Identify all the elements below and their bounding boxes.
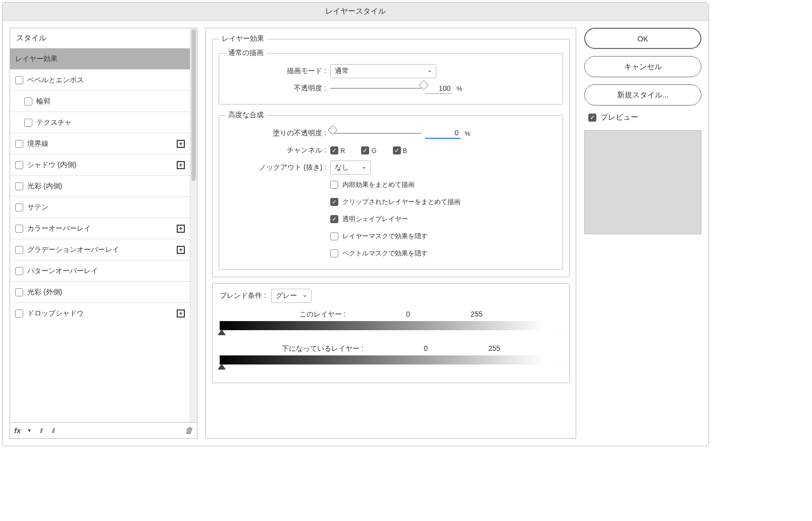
opacity-slider[interactable] <box>330 88 421 89</box>
style-row[interactable]: グラデーションオーバーレイ+ <box>10 239 190 260</box>
style-row[interactable]: ベベルとエンボス <box>10 69 190 90</box>
normal-draw-legend: 通常の描画 <box>225 48 267 58</box>
channel-g-checkbox[interactable] <box>361 146 369 154</box>
this-layer-handle-light[interactable] <box>556 329 564 335</box>
knockout-select[interactable]: なし <box>330 161 371 175</box>
styles-scrollbar[interactable] <box>190 28 197 422</box>
opt-clip-checkbox[interactable] <box>330 198 338 206</box>
under-layer-label: 下になっているレイヤー : <box>282 344 364 353</box>
move-down-icon[interactable]: ⬇ <box>50 427 56 435</box>
style-row[interactable]: テクスチャ <box>10 112 190 133</box>
new-style-button[interactable]: 新規スタイル... <box>584 84 701 106</box>
main-panel: レイヤー効果 通常の描画 描画モード : 通常 不透明度 : 100 % <box>206 28 576 439</box>
style-row[interactable]: 境界線+ <box>10 133 190 154</box>
style-row[interactable]: 光彩 (外側) <box>10 281 190 302</box>
style-checkbox[interactable] <box>15 182 23 190</box>
under-layer-gradient[interactable] <box>220 355 562 364</box>
dialog-title: レイヤースタイル <box>3 3 708 21</box>
opt-internal-label: 内部効果をまとめて描画 <box>342 180 415 189</box>
style-label: 光彩 (内側) <box>27 182 62 191</box>
layer-effects-legend: レイヤー効果 <box>219 34 267 43</box>
style-row[interactable]: レイヤー効果 <box>10 48 190 69</box>
style-row[interactable]: 輪郭 <box>10 90 190 112</box>
channel-b-label: B <box>403 147 408 154</box>
move-up-icon[interactable]: ⬆ <box>38 427 44 435</box>
channel-g-label: G <box>371 147 376 154</box>
style-label: カラーオーバーレイ <box>27 224 91 233</box>
advanced-fieldset: 高度な合成 塗りの不透明度 : 0 % チャンネル : R G B ノッ <box>219 111 563 270</box>
style-label: ベベルとエンボス <box>27 76 84 85</box>
cancel-button[interactable]: キャンセル <box>584 56 701 77</box>
style-label: サテン <box>27 203 48 212</box>
blend-if-label: ブレンド条件 : <box>220 291 266 300</box>
opt-vectormask-checkbox[interactable] <box>330 249 338 257</box>
opt-vectormask-label: ベクトルマスクで効果を隠す <box>342 249 428 258</box>
style-label: パターンオーバーレイ <box>27 267 98 276</box>
style-row[interactable]: カラーオーバーレイ+ <box>10 218 190 239</box>
ok-button[interactable]: OK <box>584 28 701 49</box>
blend-mode-label: 描画モード : <box>225 67 326 76</box>
style-checkbox[interactable] <box>15 288 23 296</box>
channel-b-checkbox[interactable] <box>393 146 401 154</box>
preview-checkbox[interactable] <box>588 114 596 122</box>
this-layer-high: 255 <box>471 310 482 319</box>
opacity-unit: % <box>456 85 463 92</box>
style-label: 輪郭 <box>36 97 50 106</box>
add-effect-icon[interactable]: + <box>177 246 185 254</box>
preview-thumbnail <box>584 130 701 234</box>
fx-dropdown-icon[interactable]: ▼ <box>27 428 32 433</box>
style-checkbox[interactable] <box>24 97 32 106</box>
blend-if-section: ブレンド条件 : グレー このレイヤー : 0 255 <box>212 283 570 383</box>
opt-layermask-label: レイヤーマスクで効果を隠す <box>342 232 428 241</box>
style-row[interactable]: パターンオーバーレイ <box>10 260 190 281</box>
add-effect-icon[interactable]: + <box>177 309 185 318</box>
this-layer-gradient[interactable] <box>220 321 562 330</box>
style-checkbox[interactable] <box>15 267 23 275</box>
style-label: 境界線 <box>27 139 48 148</box>
opt-trans-checkbox[interactable] <box>330 215 338 223</box>
style-row[interactable]: サテン <box>10 196 190 218</box>
trash-icon[interactable]: 🗑 <box>185 426 193 435</box>
style-checkbox[interactable] <box>15 309 23 318</box>
preview-label: プレビュー <box>600 113 638 122</box>
channel-r-checkbox[interactable] <box>330 146 338 154</box>
sidebar-footer: fx ▼ ⬆ ⬇ 🗑 <box>10 422 197 438</box>
under-layer-handle-dark[interactable] <box>218 363 226 370</box>
advanced-legend: 高度な合成 <box>225 111 267 120</box>
style-checkbox[interactable] <box>15 246 23 254</box>
opt-trans-label: 透明シェイプレイヤー <box>342 215 408 224</box>
add-effect-icon[interactable]: + <box>177 225 185 233</box>
scrollbar-thumb[interactable] <box>191 29 196 181</box>
style-checkbox[interactable] <box>15 161 23 169</box>
style-checkbox[interactable] <box>15 76 23 84</box>
styles-sidebar: スタイルレイヤー効果ベベルとエンボス輪郭テクスチャ境界線+シャドウ (内側)+光… <box>10 28 197 439</box>
style-row[interactable]: シャドウ (内側)+ <box>10 154 190 175</box>
opacity-value[interactable]: 100 <box>425 83 452 94</box>
under-layer-handle-light[interactable] <box>556 363 564 370</box>
knockout-label: ノックアウト (抜き) : <box>225 163 326 172</box>
style-checkbox[interactable] <box>15 203 23 212</box>
style-row[interactable]: ドロップシャドウ+ <box>10 302 190 324</box>
style-checkbox[interactable] <box>15 225 23 233</box>
fill-opacity-slider[interactable] <box>330 133 421 134</box>
style-label: グラデーションオーバーレイ <box>27 245 119 254</box>
style-checkbox[interactable] <box>24 119 32 127</box>
this-layer-label: このレイヤー : <box>299 310 346 319</box>
style-label: レイヤー効果 <box>15 55 58 64</box>
slider-thumb-icon[interactable] <box>328 125 338 135</box>
style-row[interactable]: 光彩 (内側) <box>10 175 190 196</box>
this-layer-handle-dark[interactable] <box>218 329 226 335</box>
blend-if-channel-select[interactable]: グレー <box>271 289 312 303</box>
fill-opacity-value[interactable]: 0 <box>425 128 461 139</box>
style-label: ドロップシャドウ <box>27 309 84 318</box>
add-effect-icon[interactable]: + <box>177 161 185 169</box>
opt-layermask-checkbox[interactable] <box>330 232 338 240</box>
style-checkbox[interactable] <box>15 140 23 148</box>
fill-opacity-label: 塗りの不透明度 : <box>225 129 326 138</box>
style-label: シャドウ (内側) <box>27 161 76 170</box>
opt-internal-checkbox[interactable] <box>330 181 338 189</box>
blend-mode-select[interactable]: 通常 <box>330 64 436 78</box>
channel-r-label: R <box>340 147 345 154</box>
fx-menu-icon[interactable]: fx <box>14 426 21 435</box>
add-effect-icon[interactable]: + <box>177 140 185 148</box>
